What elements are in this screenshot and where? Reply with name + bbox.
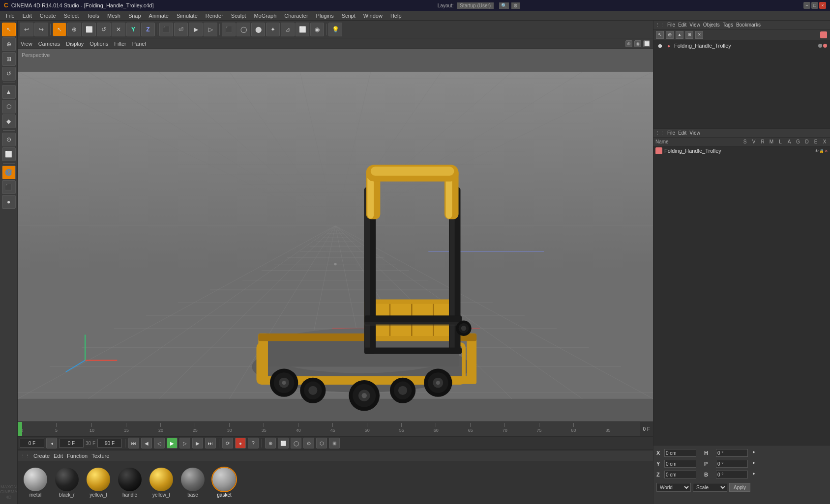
floor-btn[interactable]: ⬜ bbox=[296, 23, 309, 36]
layout-search-btn[interactable]: 🔍 bbox=[499, 2, 509, 9]
record-btn[interactable]: ● bbox=[235, 438, 246, 448]
obj-tool-2[interactable]: ⊕ bbox=[666, 31, 674, 39]
vp-ctrl-2[interactable]: ◉ bbox=[634, 40, 641, 47]
apply-button[interactable]: Apply bbox=[729, 483, 750, 492]
coord-y-input[interactable]: 0 cm bbox=[664, 460, 696, 468]
render-region-btn[interactable]: ⬛ bbox=[159, 23, 173, 36]
live-selection-btn[interactable]: ⊙ bbox=[2, 133, 16, 146]
rect-select-btn[interactable]: ⬜ bbox=[2, 147, 16, 161]
rotate-mode-btn[interactable]: ↺ bbox=[2, 67, 16, 81]
move-mode-btn[interactable]: ⊕ bbox=[2, 37, 16, 51]
coord-z-arrow[interactable]: ▸ bbox=[750, 471, 758, 478]
render-btn[interactable]: ▶ bbox=[189, 23, 203, 36]
vp-tab-options[interactable]: Options bbox=[89, 41, 108, 47]
menu-file[interactable]: File bbox=[2, 12, 19, 20]
mat-tab-function[interactable]: Function bbox=[67, 453, 88, 459]
object-mode-btn[interactable]: ↖ bbox=[53, 23, 66, 36]
camera-btn[interactable]: ⊿ bbox=[281, 23, 295, 36]
end-frame-field[interactable]: 90 F bbox=[97, 439, 122, 448]
mat-tab-create[interactable]: Create bbox=[33, 453, 50, 459]
coord-h-input[interactable]: 0 ° bbox=[716, 449, 748, 457]
vp-tab-filter[interactable]: Filter bbox=[114, 41, 126, 47]
menu-character[interactable]: Character bbox=[280, 12, 312, 20]
menu-snap[interactable]: Snap bbox=[124, 12, 145, 20]
step-back-btn[interactable]: ◀ bbox=[141, 438, 152, 448]
obj-menu-objects[interactable]: Objects bbox=[703, 22, 720, 28]
obj-bot-menu-view[interactable]: View bbox=[689, 130, 700, 136]
rotate-btn[interactable]: ↺ bbox=[97, 23, 111, 36]
material-metal[interactable]: metal bbox=[22, 468, 49, 498]
goto-start-btn[interactable]: ⏮ bbox=[128, 438, 139, 448]
menu-script[interactable]: Script bbox=[338, 12, 359, 20]
layer-btn[interactable]: ⬛ bbox=[2, 180, 16, 194]
obj2-folding-trolley[interactable]: Folding_Handle_Trolley 👁 🔒 ✕ bbox=[653, 146, 830, 155]
obj2-icon-x[interactable]: ✕ bbox=[825, 149, 828, 153]
menu-window[interactable]: Window bbox=[359, 12, 386, 20]
material-yellow-t[interactable]: yellow_t bbox=[148, 468, 175, 498]
key6-btn[interactable]: ⊞ bbox=[329, 438, 340, 448]
obj2-icon-lock[interactable]: 🔒 bbox=[819, 149, 824, 153]
cube-btn[interactable]: ⬛ bbox=[222, 23, 236, 36]
y-btn[interactable]: Y bbox=[126, 23, 140, 36]
coord-y-arrow[interactable]: ▸ bbox=[750, 460, 758, 468]
question-btn[interactable]: ? bbox=[248, 438, 259, 448]
menu-mograph[interactable]: MoGraph bbox=[250, 12, 280, 20]
redo-btn[interactable]: ↪ bbox=[34, 23, 48, 36]
loop-btn[interactable]: ⟳ bbox=[222, 438, 233, 448]
layout-settings-btn[interactable]: ⚙ bbox=[511, 2, 520, 9]
menu-render[interactable]: Render bbox=[202, 12, 227, 20]
mat-tab-texture[interactable]: Texture bbox=[91, 453, 109, 459]
cylinder-btn[interactable]: ⬤ bbox=[251, 23, 265, 36]
obj-expand-icon[interactable]: ● bbox=[665, 42, 672, 49]
minimize-btn[interactable]: − bbox=[803, 2, 810, 9]
coord-system-select[interactable]: World bbox=[656, 483, 691, 492]
key4-btn[interactable]: ⊙ bbox=[303, 438, 314, 448]
viewport[interactable]: Perspective bbox=[18, 49, 653, 421]
frame-decrement-btn[interactable]: ◂ bbox=[46, 438, 57, 448]
point-mode-btn[interactable]: ◆ bbox=[2, 114, 16, 128]
material-base[interactable]: base bbox=[179, 468, 207, 498]
obj-menu-edit[interactable]: Edit bbox=[678, 22, 686, 28]
start-frame-field[interactable]: 0 F bbox=[59, 439, 84, 448]
obj-menu-tags[interactable]: Tags bbox=[723, 22, 733, 28]
light2-btn[interactable]: 💡 bbox=[328, 23, 342, 36]
menu-help[interactable]: Help bbox=[386, 12, 406, 20]
obj-tool-4[interactable]: ⊞ bbox=[685, 31, 693, 39]
mat-tab-edit[interactable]: Edit bbox=[54, 453, 63, 459]
coord-x-arrow[interactable]: ▸ bbox=[750, 449, 758, 457]
timeline-btn[interactable]: ⏎ bbox=[174, 23, 188, 36]
coord-x-input[interactable]: 0 cm bbox=[664, 449, 696, 457]
key-btn[interactable]: ⊕ bbox=[265, 438, 276, 448]
obj-tool-3[interactable]: ▲ bbox=[676, 31, 683, 39]
extra-btn[interactable]: ● bbox=[2, 195, 16, 209]
obj-menu-file[interactable]: File bbox=[667, 22, 675, 28]
obj-folding-trolley[interactable]: ⬢ ● Folding_Handle_Trolley bbox=[654, 41, 829, 50]
obj-tool-1[interactable]: ↖ bbox=[656, 31, 664, 39]
light-btn[interactable]: ✦ bbox=[266, 23, 280, 36]
obj-bot-menu-file[interactable]: File bbox=[667, 130, 675, 136]
material-gasket[interactable]: gasket bbox=[210, 468, 238, 498]
menu-mesh[interactable]: Mesh bbox=[103, 12, 124, 20]
vp-tab-cameras[interactable]: Cameras bbox=[38, 41, 60, 47]
vr-btn[interactable]: ◉ bbox=[310, 23, 324, 36]
render2-btn[interactable]: ▷ bbox=[204, 23, 217, 36]
menu-edit[interactable]: Edit bbox=[19, 12, 36, 20]
select-tool-btn[interactable]: ↖ bbox=[2, 23, 16, 36]
scale-mode-btn[interactable]: ⊞ bbox=[2, 52, 16, 66]
goto-end-btn[interactable]: ⏭ bbox=[205, 438, 216, 448]
menu-create[interactable]: Create bbox=[36, 12, 60, 20]
close-btn[interactable]: × bbox=[819, 2, 826, 9]
obj-bot-menu-edit[interactable]: Edit bbox=[678, 130, 686, 136]
step-back2-btn[interactable]: ◁ bbox=[154, 438, 165, 448]
key5-btn[interactable]: ⬡ bbox=[316, 438, 327, 448]
play-btn[interactable]: ▶ bbox=[167, 438, 178, 448]
obj-menu-bookmarks[interactable]: Bookmarks bbox=[736, 22, 761, 28]
menu-plugins[interactable]: Plugins bbox=[312, 12, 338, 20]
edge-mode-btn[interactable]: ⬡ bbox=[2, 100, 16, 113]
menu-simulate[interactable]: Simulate bbox=[173, 12, 202, 20]
obj-dot-color[interactable] bbox=[823, 44, 827, 48]
vp-tab-display[interactable]: Display bbox=[66, 41, 84, 47]
undo-btn[interactable]: ↩ bbox=[20, 23, 33, 36]
polygon-mode-btn[interactable]: ▲ bbox=[2, 85, 16, 99]
coord-z-input[interactable]: 0 cm bbox=[664, 471, 696, 478]
